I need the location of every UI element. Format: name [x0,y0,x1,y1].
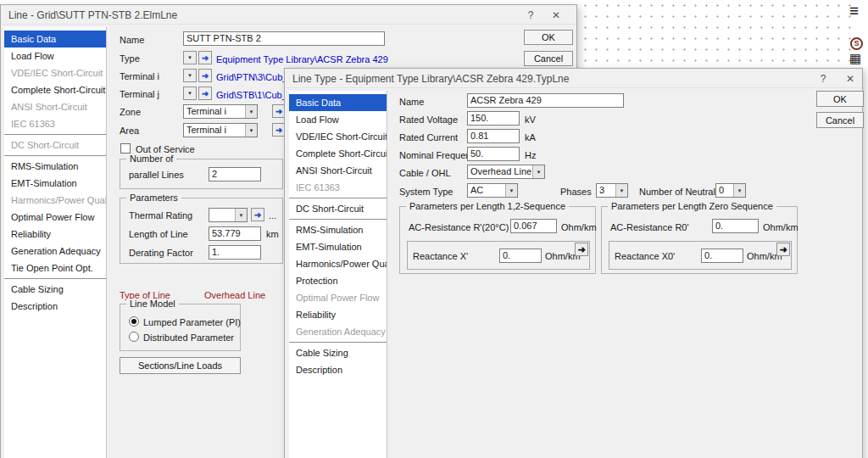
area-dropdown[interactable]: Terminal i ▼ [183,123,258,137]
sidebar-item-rms-simulation[interactable]: RMS-Simulation [289,221,387,238]
type-reference-link[interactable]: Equipment Type Library\ACSR Zebra 429 [216,53,388,65]
derating-factor-label: Derating Factor [129,247,193,259]
cable-ohl-dropdown[interactable]: Overhead Line ▼ [467,165,545,179]
zone-dropdown[interactable]: Terminal i ▼ [183,104,258,119]
sidebar-item-dc-short-circuit[interactable]: DC Short-Circuit [289,200,387,217]
sidebar-item-cable-sizing[interactable]: Cable Sizing [289,344,387,361]
terminal-j-select-button[interactable]: ▼ [183,87,197,100]
number-of-neutrals-dropdown[interactable]: 0 ▼ [715,183,746,198]
sidebar-item-harmonics-power-quality[interactable]: Harmonics/Power Quality [289,255,387,272]
chevron-down-icon: ▼ [187,55,192,60]
sidebar-item-protection[interactable]: Protection [289,272,387,289]
ac-resistance-unit: Ohm/km [561,221,597,233]
cancel-button[interactable]: Cancel [524,51,573,66]
terminal-j-edit-button[interactable]: ➜ [198,87,212,100]
thermal-rating-dropdown[interactable]: ▼ [209,208,248,222]
length-of-line-input[interactable]: 53.779 [209,226,261,241]
parameters-group: Parameters Thermal Rating ▼ ➜ ... Length… [120,198,283,264]
sidebar-item-complete-short-circuit[interactable]: Complete Short-Circuit [4,81,106,98]
sidebar-item-load-flow[interactable]: Load Flow [4,47,106,64]
menu-icon[interactable]: ≡ [849,2,859,20]
sidebar-item-optimal-power-flow[interactable]: Optimal Power Flow [4,209,106,226]
number-of-group: Number of parallel Lines 2 [120,159,283,189]
sidebar-item-optimal-power-flow[interactable]: Optimal Power Flow [289,289,387,306]
canvas-dot-grid [580,0,854,70]
terminal-j-reference-link[interactable]: Grid\STB\1\Cub_1 [216,89,292,101]
sidebar-item-vde-iec-short-circuit[interactable]: VDE/IEC Short-Circuit [4,64,106,81]
reactance-input[interactable]: 0. [499,249,542,263]
sidebar-item-tie-open-point-opt[interactable]: Tie Open Point Opt. [4,260,106,276]
thermal-rating-more-label[interactable]: ... [269,209,276,221]
help-button[interactable]: ? [816,72,830,86]
window-grid-icon[interactable]: ▦ [849,51,861,66]
parallel-lines-input[interactable]: 2 [209,167,261,182]
sidebar-item-reliability[interactable]: Reliability [289,306,387,323]
type-edit-button[interactable]: ➜ [198,51,212,64]
nominal-frequency-input[interactable]: 50. [467,147,520,161]
sidebar-item-rms-simulation[interactable]: RMS-Simulation [4,158,106,175]
sections-line-loads-button[interactable]: Sections/Line Loads [120,357,241,374]
sidebar-item-iec-61363[interactable]: IEC 61363 [4,115,106,132]
rated-current-input[interactable]: 0.81 [467,129,520,143]
rated-voltage-input[interactable]: 150. [467,111,520,126]
name-input[interactable]: ACSR Zebra 429 [467,93,624,108]
ac-resistance-r0-input[interactable]: 0. [712,219,759,233]
sidebar-item-generation-adequacy[interactable]: Generation Adequacy [289,323,387,340]
sidebar-item-basic-data[interactable]: Basic Data [4,31,106,47]
sidebar-item-basic-data[interactable]: Basic Data [289,94,387,111]
sidebar-item-ansi-short-circuit[interactable]: ANSI Short-Circuit [289,162,387,179]
line-type-dialog-titlebar[interactable]: Line Type - Equipment Type Library\ACSR … [285,69,862,88]
lumped-parameter-label: Lumped Parameter (PI) [143,316,241,328]
cancel-button[interactable]: Cancel [816,112,864,128]
name-input[interactable]: SUTT PTN-STB 2 [183,31,385,46]
sidebar-item-description[interactable]: Description [4,298,106,315]
lumped-parameter-radio[interactable] [129,316,139,327]
sidebar-item-generation-adequacy[interactable]: Generation Adequacy [4,243,106,260]
derating-factor-input[interactable]: 1. [209,245,261,260]
chevron-down-icon: ▼ [235,209,247,221]
close-icon[interactable]: ✕ [549,8,563,22]
ac-resistance-r0-unit: Ohm/km [763,221,798,233]
system-type-label: System Type [399,186,453,198]
ok-button[interactable]: OK [524,30,573,45]
type-label: Type [120,53,140,64]
chevron-down-icon: ▼ [615,184,627,197]
thermal-rating-edit-button[interactable]: ➜ [251,208,264,221]
help-button[interactable]: ? [524,8,537,22]
reactance-x0-detail-button[interactable]: ➜ [776,243,790,256]
system-type-dropdown[interactable]: AC ▼ [467,183,518,198]
s-badge-icon[interactable]: S [850,37,863,50]
distributed-parameter-radio[interactable] [129,332,139,342]
sidebar-item-complete-short-circuit[interactable]: Complete Short-Circuit [289,145,387,162]
ac-resistance-input[interactable]: 0.067 [510,219,557,233]
line-dialog-title: Line - Grid\SUTT PTN-STB 2.ElmLne [8,9,177,21]
reactance-detail-button[interactable]: ➜ [575,243,588,256]
line-dialog-titlebar[interactable]: Line - Grid\SUTT PTN-STB 2.ElmLne ? ✕ [1,5,576,25]
reactance-x0-input[interactable]: 0. [701,249,743,263]
sidebar-item-cable-sizing[interactable]: Cable Sizing [4,281,106,298]
sidebar-item-load-flow[interactable]: Load Flow [289,111,387,128]
ok-button[interactable]: OK [816,91,864,107]
terminal-i-reference-link[interactable]: Grid\PTN\3\Cub_1 [216,71,292,83]
sidebar-item-description[interactable]: Description [289,361,387,378]
sidebar-item-reliability[interactable]: Reliability [4,226,106,243]
sidebar-item-emt-simulation[interactable]: EMT-Simulation [289,238,387,255]
sidebar-item-dc-short-circuit[interactable]: DC Short-Circuit [4,137,106,154]
sidebar-item-vde-iec-short-circuit[interactable]: VDE/IEC Short-Circuit [289,128,387,145]
sidebar-item-iec-61363[interactable]: IEC 61363 [289,179,387,196]
sidebar-item-ansi-short-circuit[interactable]: ANSI Short-Circuit [4,98,106,115]
name-label: Name [399,96,424,108]
sidebar-item-emt-simulation[interactable]: EMT-Simulation [4,175,106,192]
arrow-right-icon: ➜ [577,244,585,255]
arrow-right-icon: ➜ [779,244,787,255]
terminal-i-select-button[interactable]: ▼ [183,69,197,82]
sidebar-item-harmonics-power-quality[interactable]: Harmonics/Power Quality [4,192,106,209]
type-select-button[interactable]: ▼ [183,51,197,64]
out-of-service-checkbox[interactable] [120,143,131,154]
sidebar-separator [289,219,387,220]
zone-label: Zone [120,106,141,118]
terminal-i-edit-button[interactable]: ➜ [198,69,212,82]
phases-dropdown[interactable]: 3 ▼ [596,183,628,198]
close-icon[interactable]: ✕ [843,72,857,86]
name-label: Name [120,34,144,46]
